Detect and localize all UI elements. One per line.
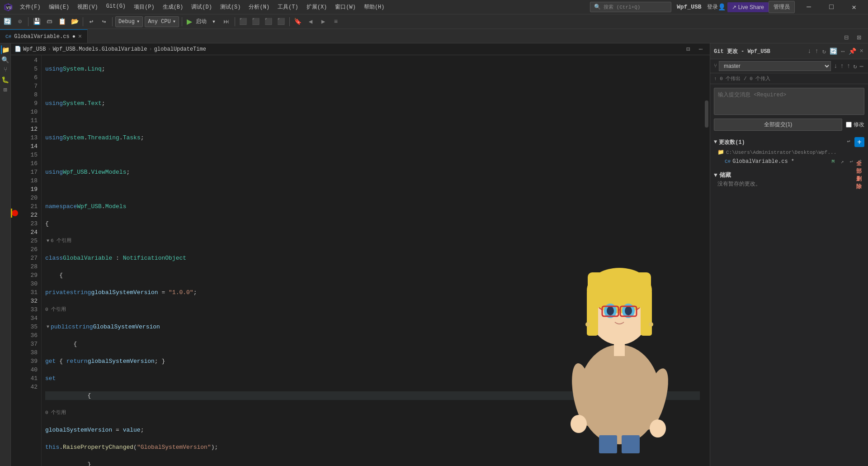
live-share-button[interactable]: ↗ Live Share <box>727 2 769 12</box>
code-content[interactable]: using System.Linq; using System.Text; us… <box>42 55 703 466</box>
menu-help[interactable]: 帮助(H) <box>360 1 388 13</box>
activity-search[interactable]: 🔍 <box>1 55 10 64</box>
toolbar-icon-3[interactable]: 📋 <box>57 16 67 27</box>
git-pull-icon-2[interactable]: ↑ <box>839 62 844 71</box>
vertical-scrollbar[interactable] <box>703 55 710 466</box>
platform-dropdown[interactable]: Any CPU ▾ <box>145 16 179 27</box>
git-push-icon[interactable]: ↓ <box>807 47 812 56</box>
warning-marker <box>11 209 12 218</box>
toolbar-bm-next[interactable]: ▶ <box>318 16 329 27</box>
menu-test[interactable]: 测试(S) <box>217 1 245 13</box>
toolbar-save-all[interactable]: 🗃 <box>44 16 55 27</box>
toolbar-icon-2[interactable]: ⊙ <box>14 16 25 27</box>
git-action-btns: ↩ + <box>844 137 864 147</box>
toolbar-redo[interactable]: ↪ <box>99 16 109 27</box>
debug-mode-dropdown[interactable]: Debug ▾ <box>115 16 143 27</box>
git-pull-icon[interactable]: ↑ <box>814 47 819 56</box>
toolbar-sep-2 <box>83 17 83 26</box>
menu-analyze[interactable]: 分析(N) <box>245 1 273 13</box>
toolbar-icon-5[interactable]: ⬛ <box>238 16 249 27</box>
menu-build[interactable]: 生成(B) <box>159 1 187 13</box>
code-line-14: ▼6 个引用 <box>45 237 700 245</box>
tab-globalvariable[interactable]: C# GlobalVariable.cs ● × <box>0 29 88 43</box>
toolbar-bm-prev[interactable]: ◀ <box>305 16 316 27</box>
split-editor-btn[interactable]: ⊟ <box>841 32 852 43</box>
git-pin-icon[interactable]: 📌 <box>848 47 857 56</box>
git-modify-checkbox[interactable] <box>846 122 852 128</box>
activity-explorer[interactable]: 📁 <box>1 45 10 54</box>
toolbar-icon-6[interactable]: ⬛ <box>250 16 261 27</box>
more-options-icon[interactable]: ⋯ <box>695 44 706 55</box>
menu-debug[interactable]: 调试(D) <box>188 1 216 13</box>
menu-window[interactable]: 窗口(W) <box>331 1 359 13</box>
fold-icon-14[interactable]: ▼ <box>45 238 51 244</box>
code-line-24: 0 个引用 <box>45 409 700 417</box>
breadcrumb-namespace[interactable]: Wpf_USB.Models.GlobalVariable <box>53 46 147 52</box>
activity-git[interactable]: ⑂ <box>1 65 10 74</box>
fold-icon-19[interactable]: ▼ <box>45 324 51 330</box>
scrollbar-thumb[interactable] <box>705 100 708 128</box>
menu-project[interactable]: 项目(P) <box>130 1 158 13</box>
tab-close-button[interactable]: × <box>78 33 82 40</box>
code-line-9 <box>45 151 700 159</box>
login-button[interactable]: 登录 <box>707 3 718 11</box>
run-dropdown[interactable]: ▾ <box>208 16 219 27</box>
git-branch-select[interactable]: master <box>719 61 831 71</box>
toolbar-icon-8[interactable]: ⬛ <box>276 16 287 27</box>
toolbar-icon-4[interactable]: 📂 <box>69 16 80 27</box>
toolbar-bm-list[interactable]: ≡ <box>330 16 341 27</box>
git-close-icon[interactable]: × <box>859 47 864 56</box>
close-button[interactable]: ✕ <box>844 0 864 14</box>
git-sync-icon-2[interactable]: ↻ <box>852 62 858 71</box>
toolbar-bookmark[interactable]: 🔖 <box>292 16 303 27</box>
open-file-icon[interactable]: ↗ <box>838 157 846 166</box>
toolbar-icon-7[interactable]: ⬛ <box>263 16 274 27</box>
menu-file[interactable]: 文件(F) <box>16 1 44 13</box>
maximize-button[interactable]: □ <box>821 0 842 14</box>
split-editor-icon[interactable]: ⊟ <box>683 44 693 55</box>
git-push-up-icon[interactable]: ↑ <box>846 62 851 71</box>
git-commit-button[interactable]: 全部提交(1) <box>714 119 842 131</box>
toolbar-save[interactable]: 💾 <box>31 16 42 27</box>
menu-view[interactable]: 视图(V) <box>74 1 102 13</box>
code-line-4: using System.Linq; <box>45 65 700 73</box>
menu-tools[interactable]: 工具(T) <box>274 1 302 13</box>
git-stash-header[interactable]: ▼ 储藏 全部删除 <box>714 170 864 180</box>
search-bar[interactable]: 🔍 搜索 (Ctrl+Q) <box>590 2 671 12</box>
toolbar-undo[interactable]: ↩ <box>86 16 97 27</box>
git-sync-icon[interactable]: ↻ <box>821 47 827 56</box>
git-more-icon-2[interactable]: ⋯ <box>859 62 864 71</box>
run-button[interactable]: ▶ <box>185 16 194 27</box>
menu-edit[interactable]: 编辑(E) <box>45 1 73 13</box>
git-changes-header[interactable]: ▼ 更改数(1) ↩ + <box>714 136 864 148</box>
code-line-26: this.RaisePropertyChanged("GlobalSystemV… <box>45 443 700 452</box>
minimize-button[interactable]: ─ <box>798 0 819 14</box>
git-push-text: ↑ 0 个传出 / 0 个传入 <box>714 75 770 82</box>
activity-extensions[interactable]: ⊞ <box>1 85 10 94</box>
breadcrumb-project[interactable]: Wpf_USB <box>23 46 46 52</box>
breadcrumb-sep-2: › <box>149 46 152 52</box>
git-commit-input[interactable] <box>714 88 864 115</box>
git-file-name: GlobalVariable.cs * <box>732 158 830 165</box>
git-refresh-icon[interactable]: 🔄 <box>829 47 838 56</box>
discard-file-icon[interactable]: ↩ <box>847 157 855 166</box>
code-line-8: using System.Threading.Tasks; <box>45 133 700 142</box>
code-editor[interactable]: 4 5 6 7 8 9 10 11 12 13 14 15 16 17 18 1… <box>11 55 710 466</box>
menu-extensions[interactable]: 扩展(X) <box>303 1 331 13</box>
git-panel-title: Git 更改 - Wpf_USB <box>714 48 805 55</box>
discard-all-icon[interactable]: ↩ <box>844 137 853 145</box>
git-add-all-button[interactable]: + <box>854 137 864 147</box>
activity-debug[interactable]: 🐛 <box>1 75 10 84</box>
admin-button[interactable]: 管理员 <box>769 1 795 13</box>
stash-actions: 全部删除 <box>856 171 864 179</box>
git-fetch-icon[interactable]: ↓ <box>833 62 838 71</box>
code-line-21: get { return globalSystemVersion; } <box>45 357 700 366</box>
toolbar-step-over[interactable]: ⏭ <box>221 16 232 27</box>
toolbar-icon-1[interactable]: 🔄 <box>2 16 13 27</box>
git-more-icon[interactable]: ⋯ <box>840 47 845 56</box>
breadcrumb-member[interactable]: globalUpdateTime <box>154 46 206 52</box>
maximize-editor-btn[interactable]: ⊠ <box>854 32 864 43</box>
stage-file-icon[interactable]: + <box>856 157 864 166</box>
menu-git[interactable]: Git(G) <box>103 1 129 13</box>
stash-delete-icon[interactable]: 全部删除 <box>856 171 864 179</box>
